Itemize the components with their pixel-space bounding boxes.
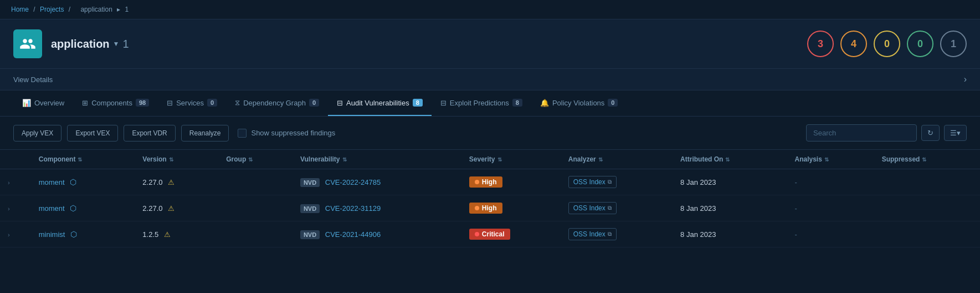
table-row: › minimist ⬡ 1.2.5 ⚠ NVD CVE-2021-44906 … [0,221,980,247]
row-expand-0[interactable]: › [0,169,31,195]
refresh-button[interactable]: ↻ [921,125,940,141]
tab-label-audit-vuln: Audit Vulnerabilities [346,99,409,107]
oss-link-1[interactable]: OSS Index ⧉ [568,202,617,214]
reanalyze-button[interactable]: Reanalyze [181,125,229,142]
nvd-badge-1: NVD [300,204,320,213]
sort-icon-vulnerability: ⇅ [342,156,347,163]
breadcrumb-app: application ▸ 1 [78,6,131,13]
col-header-severity[interactable]: Severity⇅ [461,150,561,169]
row-version-2: 1.2.5 ⚠ [135,221,218,247]
app-dropdown[interactable]: ▼ [113,40,120,48]
row-group-1 [218,195,293,221]
warning-icon-1: ⚠ [168,204,175,213]
row-vulnerability-1: NVD CVE-2022-31129 [293,195,461,221]
view-toggle-button[interactable]: ☰▾ [944,125,967,141]
nvd-badge-2: NVD [300,230,320,239]
tab-badge-dependency-graph: 0 [309,99,319,107]
tab-badge-components: 98 [136,99,149,107]
export-vex-button[interactable]: Export VEX [67,125,118,142]
tab-services[interactable]: ⊟Services0 [158,91,226,116]
row-severity-1: High [461,195,561,221]
oss-link-0[interactable]: OSS Index ⧉ [568,176,617,188]
suppressed-checkbox[interactable] [238,129,247,138]
breadcrumb-projects[interactable]: Projects [40,6,64,13]
row-version-1: 2.27.0 ⚠ [135,195,218,221]
row-severity-0: High [461,169,561,195]
row-attributed-1: 8 Jan 2023 [673,195,787,221]
tab-dependency-graph[interactable]: ⧖Dependency Graph0 [226,90,328,116]
tree-icon-1[interactable]: ⬡ [70,204,76,213]
tab-audit-vuln[interactable]: ⊟Audit Vulnerabilities8 [328,91,432,116]
col-header-component[interactable]: Component⇅ [31,150,135,169]
cve-link-2[interactable]: CVE-2021-44906 [325,230,381,239]
toolbar-right: ↻ ☰▾ [806,124,967,142]
export-vdr-button[interactable]: Export VDR [124,125,175,142]
tab-overview[interactable]: 📊Overview [13,91,73,116]
row-component-0: moment ⬡ [31,169,135,195]
component-link-0[interactable]: moment [39,178,65,186]
badge-low: 0 [907,31,933,57]
row-analyzer-1: OSS Index ⧉ [561,195,673,221]
tab-exploit-pred[interactable]: ⊟Exploit Predictions8 [432,91,531,116]
col-header-expand [0,150,31,169]
tree-icon-0[interactable]: ⬡ [70,178,76,186]
row-expand-2[interactable]: › [0,221,31,247]
tab-badge-exploit-pred: 8 [512,99,522,107]
cve-link-1[interactable]: CVE-2022-31129 [325,204,381,213]
view-details-bar[interactable]: View Details › [0,69,980,90]
severity-dot-0 [475,180,479,184]
tab-label-services: Services [176,99,204,107]
col-header-vulnerability[interactable]: Vulnerability⇅ [293,150,461,169]
tab-badge-services: 0 [207,99,217,107]
col-header-analyzer[interactable]: Analyzer⇅ [561,150,673,169]
apply-vex-button[interactable]: Apply VEX [13,125,61,142]
sort-icon-suppressed: ⇅ [922,156,926,163]
ext-icon-1: ⧉ [608,205,612,211]
severity-badges: 34001 [807,31,967,57]
tab-components[interactable]: ⊞Components98 [73,91,158,116]
component-link-1[interactable]: moment [39,204,65,213]
row-analysis-0: - [787,169,874,195]
component-link-2[interactable]: minimist [39,230,65,239]
row-suppressed-2 [874,221,980,247]
row-analyzer-2: OSS Index ⧉ [561,221,673,247]
tab-label-overview: Overview [34,99,64,107]
row-expand-1[interactable]: › [0,195,31,221]
col-header-analysis[interactable]: Analysis⇅ [787,150,874,169]
row-vulnerability-2: NVD CVE-2021-44906 [293,221,461,247]
tab-icon-components: ⊞ [82,99,88,107]
severity-badge-1: High [469,203,502,214]
tree-icon-2[interactable]: ⬡ [70,230,77,239]
tab-label-dependency-graph: Dependency Graph [243,99,306,107]
row-component-2: minimist ⬡ [31,221,135,247]
col-header-suppressed[interactable]: Suppressed⇅ [874,150,980,169]
tab-icon-dependency-graph: ⧖ [235,98,240,107]
view-details-label: View Details [13,75,53,84]
breadcrumb: Home / Projects / application ▸ 1 [0,0,980,19]
row-version-0: 2.27.0 ⚠ [135,169,218,195]
tab-label-exploit-pred: Exploit Predictions [450,99,509,107]
cve-link-0[interactable]: CVE-2022-24785 [325,178,381,186]
sort-icon-group: ⇅ [248,156,253,163]
search-input[interactable] [806,124,917,142]
col-header-attributed_on[interactable]: Attributed On⇅ [673,150,787,169]
badge-none: 1 [940,31,967,57]
col-header-version[interactable]: Version⇅ [135,150,218,169]
suppressed-findings-control: Show suppressed findings [238,129,335,138]
oss-link-2[interactable]: OSS Index ⧉ [568,228,617,240]
sort-icon-severity: ⇅ [497,156,502,163]
table-container: Component⇅Version⇅Group⇅Vulnerability⇅Se… [0,150,980,247]
severity-dot-2 [475,232,479,236]
severity-dot-1 [475,206,479,210]
table-row: › moment ⬡ 2.27.0 ⚠ NVD CVE-2022-24785 H… [0,169,980,195]
sort-icon-version: ⇅ [169,156,173,163]
tab-icon-services: ⊟ [167,99,173,107]
row-analysis-2: - [787,221,874,247]
tab-policy-violations[interactable]: 🔔Policy Violations0 [531,91,627,116]
row-suppressed-0 [874,169,980,195]
nvd-badge-0: NVD [300,178,320,187]
tab-icon-policy-violations: 🔔 [540,99,549,107]
sort-icon-analyzer: ⇅ [598,156,603,163]
col-header-group[interactable]: Group⇅ [218,150,293,169]
breadcrumb-home[interactable]: Home [11,6,29,13]
